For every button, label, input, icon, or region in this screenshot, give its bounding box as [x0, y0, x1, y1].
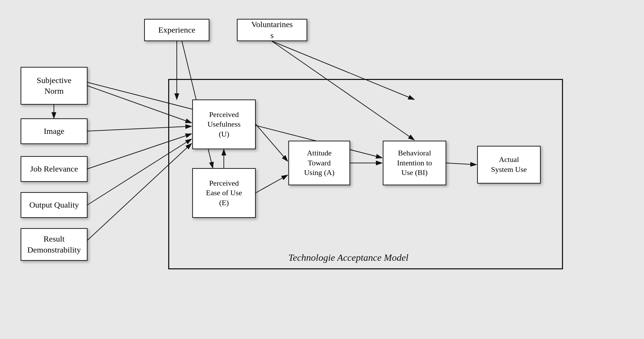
perceived-ease-node: Perceived Ease of Use (E) [192, 168, 256, 218]
result-demonstrability-node: Result Demonstrability [21, 228, 88, 261]
output-quality-node: Output Quality [21, 192, 88, 218]
perceived-usefulness-node: Perceived Usefulness (U) [192, 100, 256, 149]
experience-node: Experience [144, 19, 209, 41]
svg-line-9 [88, 134, 192, 169]
behavioral-intention-node: Behavioral Intention to Use (BI) [383, 141, 446, 185]
actual-system-use-node: Actual System Use [477, 146, 541, 184]
svg-line-16 [446, 163, 476, 165]
svg-line-11 [88, 143, 192, 240]
svg-line-8 [88, 126, 192, 131]
subjective-norm-node: Subjective Norm [21, 67, 88, 105]
attitude-node: Attitude Toward Using (A) [288, 141, 350, 185]
image-node: Image [21, 118, 88, 144]
svg-line-14 [256, 175, 288, 193]
job-relevance-node: Job Relevance [21, 156, 88, 182]
svg-line-10 [88, 139, 192, 205]
diagram-container: Technologie Acceptance Model [0, 0, 644, 339]
svg-line-6 [88, 86, 192, 123]
voluntariness-node: Voluntarines s [237, 19, 307, 41]
